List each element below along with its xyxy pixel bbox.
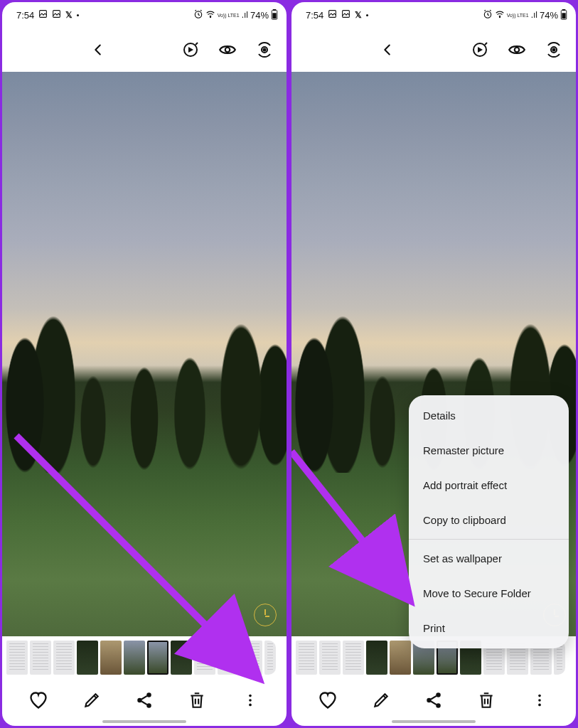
alarm-icon <box>193 9 203 21</box>
thumb-item[interactable] <box>390 641 411 675</box>
svg-point-3 <box>210 17 210 18</box>
svg-point-15 <box>249 699 252 702</box>
notif-image-icon <box>38 9 48 21</box>
menu-item-details[interactable]: Details <box>409 398 569 433</box>
smart-view-icon[interactable] <box>255 41 274 59</box>
gesture-bar <box>392 720 476 723</box>
share-button[interactable] <box>421 687 446 713</box>
thumb-item[interactable] <box>218 641 239 675</box>
thumb-item[interactable] <box>241 641 262 675</box>
thumb-item[interactable] <box>264 641 276 675</box>
svg-point-16 <box>249 704 252 707</box>
photo-viewer[interactable] <box>2 72 287 636</box>
notif-x-icon: 𝕏 <box>355 10 362 20</box>
notif-x-icon: 𝕏 <box>65 10 73 20</box>
svg-point-28 <box>553 49 555 51</box>
delete-button[interactable] <box>184 687 210 713</box>
edit-button[interactable] <box>79 687 105 713</box>
svg-point-10 <box>264 49 266 51</box>
notif-image2-icon <box>341 9 350 21</box>
thumb-item[interactable] <box>171 641 192 675</box>
more-options-button[interactable] <box>527 687 552 713</box>
svg-point-34 <box>538 704 541 707</box>
menu-item-portrait[interactable]: Add portrait effect <box>409 468 569 503</box>
svg-point-26 <box>515 48 520 53</box>
favorite-button[interactable] <box>315 687 341 713</box>
status-time: 7:54 <box>306 10 323 21</box>
wifi-icon <box>495 9 505 21</box>
menu-item-secure-folder[interactable]: Move to Secure Folder <box>409 576 569 611</box>
phone-left-screenshot: 7:54 𝕏 Vo)) LTE1 .ıl 74% <box>2 2 287 726</box>
bottom-action-bar <box>2 679 287 726</box>
svg-rect-6 <box>272 13 276 18</box>
thumb-item[interactable] <box>77 641 98 675</box>
svg-point-33 <box>538 699 541 702</box>
thumbnail-strip[interactable] <box>2 636 287 679</box>
wifi-icon <box>205 9 215 21</box>
thumb-item[interactable] <box>6 641 28 675</box>
thumb-item[interactable] <box>366 641 387 675</box>
thumb-item[interactable] <box>100 641 122 675</box>
thumb-item[interactable] <box>53 641 75 675</box>
bixby-vision-icon[interactable] <box>181 41 200 59</box>
top-action-bar <box>291 25 576 72</box>
favorite-button[interactable] <box>26 687 51 713</box>
status-bar: 7:54 𝕏 Vo)) LTE1 .ıl 74% <box>291 2 576 25</box>
phone-right-screenshot: 7:54 𝕏 Vo)) LTE1 .ıl 74% <box>291 2 576 726</box>
battery-label: 74% <box>540 10 558 21</box>
signal-icon: .ıl <box>531 10 537 20</box>
top-action-bar <box>2 25 287 72</box>
delete-button[interactable] <box>473 687 499 713</box>
menu-separator <box>409 539 569 540</box>
thumb-item[interactable] <box>296 641 317 675</box>
thumb-item-current[interactable] <box>147 641 168 675</box>
bottom-action-bar <box>291 679 576 726</box>
menu-item-clipboard[interactable]: Copy to clipboard <box>409 503 569 537</box>
thumb-item[interactable] <box>319 641 341 675</box>
notif-more-dot <box>77 14 79 16</box>
svg-point-8 <box>225 48 230 53</box>
battery-label: 74% <box>250 10 269 21</box>
motion-photo-badge-icon[interactable] <box>254 604 277 626</box>
volte-label: Vo)) LTE1 <box>507 13 529 18</box>
svg-rect-24 <box>562 13 565 18</box>
smart-view-icon[interactable] <box>545 41 563 59</box>
menu-item-print[interactable]: Print <box>409 611 569 646</box>
more-options-button[interactable] <box>237 687 263 713</box>
back-button[interactable] <box>15 41 181 59</box>
thumb-item[interactable] <box>343 641 364 675</box>
battery-icon <box>560 9 567 21</box>
status-bar: 7:54 𝕏 Vo)) LTE1 .ıl 74% <box>2 2 287 25</box>
edit-button[interactable] <box>368 687 394 713</box>
thumb-item[interactable] <box>124 641 145 675</box>
share-button[interactable] <box>132 687 157 713</box>
thumb-item[interactable] <box>30 641 51 675</box>
volte-label: Vo)) LTE1 <box>218 13 240 18</box>
back-button[interactable] <box>304 41 471 59</box>
signal-icon: .ıl <box>242 10 248 20</box>
gesture-bar <box>102 720 186 723</box>
svg-point-21 <box>499 17 500 18</box>
svg-point-14 <box>249 695 252 697</box>
notif-more-dot <box>366 14 368 16</box>
thumb-item[interactable] <box>194 641 215 675</box>
menu-item-wallpaper[interactable]: Set as wallpaper <box>409 541 569 576</box>
overflow-menu: Details Remaster picture Add portrait ef… <box>409 395 569 648</box>
bixby-vision-icon[interactable] <box>471 41 489 59</box>
eye-view-icon[interactable] <box>508 41 526 59</box>
alarm-icon <box>483 9 493 21</box>
status-time: 7:54 <box>16 10 34 21</box>
menu-item-remaster[interactable]: Remaster picture <box>409 433 569 468</box>
notif-image-icon <box>328 9 337 21</box>
battery-icon <box>271 9 278 21</box>
notif-image2-icon <box>52 9 61 21</box>
svg-point-32 <box>538 695 541 697</box>
eye-view-icon[interactable] <box>218 41 237 59</box>
